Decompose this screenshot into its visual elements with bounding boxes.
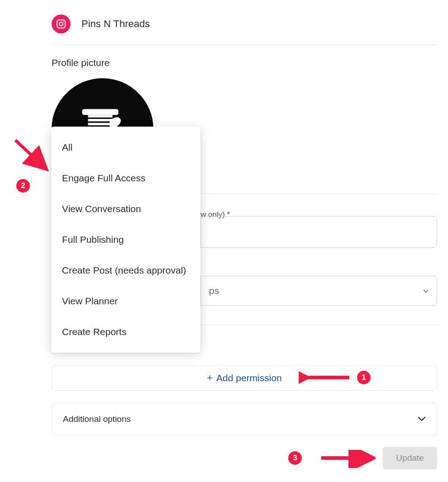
annotation-badge-2: 2	[16, 179, 30, 193]
profile-picture-label: Profile picture	[52, 57, 437, 68]
svg-rect-6	[88, 123, 112, 125]
dropdown-item-view-conversation[interactable]: View Conversation	[51, 194, 200, 224]
additional-options-panel[interactable]: Additional options	[52, 402, 437, 436]
svg-rect-3	[82, 109, 118, 115]
additional-options-label: Additional options	[63, 414, 131, 424]
plus-icon: +	[207, 373, 213, 383]
annotation-badge-3: 3	[288, 451, 302, 465]
divider	[200, 194, 437, 194]
dropdown-item-all[interactable]: All	[51, 132, 200, 163]
account-header: Pins N Threads	[52, 14, 437, 45]
dropdown-item-create-post[interactable]: Create Post (needs approval)	[51, 255, 200, 286]
chevron-down-icon	[418, 415, 426, 423]
annotation-badge-1: 1	[357, 371, 371, 384]
svg-point-2	[63, 21, 64, 22]
svg-line-11	[15, 140, 44, 167]
caret-down-icon	[423, 287, 429, 295]
permission-dropdown: All Engage Full Access View Conversation…	[51, 127, 200, 353]
add-permission-button[interactable]: + Add permission	[52, 365, 437, 391]
dropdown-item-view-planner[interactable]: View Planner	[51, 286, 200, 317]
groups-placeholder: ps	[209, 285, 219, 296]
svg-rect-5	[88, 119, 112, 121]
text-field[interactable]	[200, 216, 437, 248]
dropdown-item-engage[interactable]: Engage Full Access	[51, 163, 200, 194]
update-button[interactable]: Update	[383, 447, 437, 469]
instagram-icon	[52, 14, 71, 33]
add-permission-label: Add permission	[216, 373, 282, 383]
account-name: Pins N Threads	[81, 18, 150, 30]
annotation-arrow-1	[299, 369, 353, 387]
svg-rect-0	[57, 20, 65, 28]
dropdown-item-create-reports[interactable]: Create Reports	[51, 317, 200, 347]
svg-point-1	[59, 22, 63, 26]
dropdown-item-full-publishing[interactable]: Full Publishing	[51, 224, 200, 255]
divider	[200, 325, 437, 325]
annotation-arrow-3	[317, 450, 376, 468]
svg-rect-4	[88, 115, 112, 117]
groups-select[interactable]: ps	[200, 276, 437, 306]
annotation-arrow-2	[12, 136, 52, 176]
